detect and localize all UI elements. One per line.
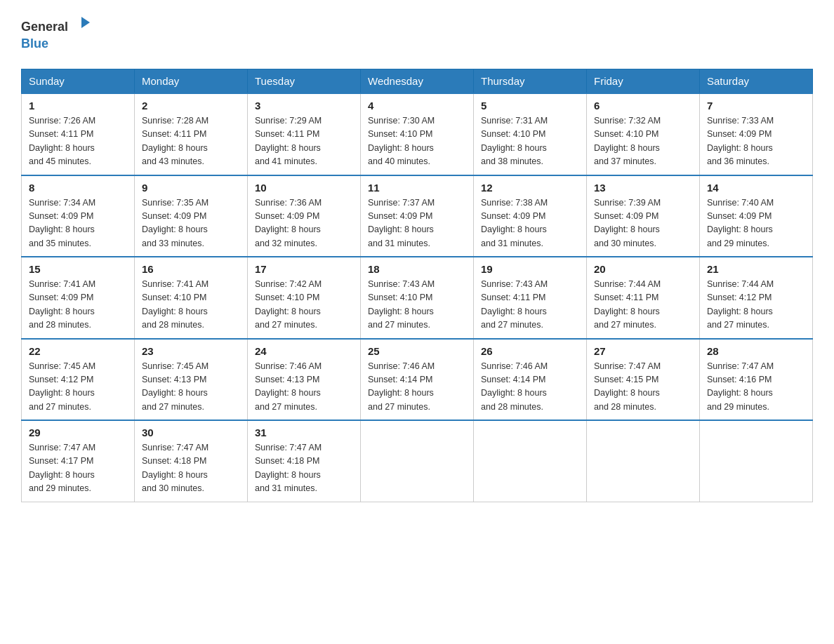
day-number: 21 xyxy=(707,263,805,275)
logo-svg: General Blue xyxy=(21,14,98,56)
calendar-cell: 21Sunrise: 7:44 AMSunset: 4:12 PMDayligh… xyxy=(700,257,813,339)
day-number: 25 xyxy=(368,345,466,357)
svg-text:Blue: Blue xyxy=(21,36,48,51)
day-number: 4 xyxy=(368,100,466,112)
day-info: Sunrise: 7:30 AMSunset: 4:10 PMDaylight:… xyxy=(368,114,466,169)
calendar-cell: 29Sunrise: 7:47 AMSunset: 4:17 PMDayligh… xyxy=(22,420,135,502)
col-wednesday: Wednesday xyxy=(361,69,474,94)
day-info: Sunrise: 7:47 AMSunset: 4:15 PMDaylight:… xyxy=(594,360,692,415)
day-info: Sunrise: 7:36 AMSunset: 4:09 PMDaylight:… xyxy=(255,196,353,251)
day-info: Sunrise: 7:47 AMSunset: 4:17 PMDaylight:… xyxy=(29,441,127,496)
svg-marker-1 xyxy=(81,17,90,28)
logo: General Blue xyxy=(21,14,98,56)
day-number: 19 xyxy=(481,263,579,275)
calendar-cell: 4Sunrise: 7:30 AMSunset: 4:10 PMDaylight… xyxy=(361,93,474,175)
week-row-1: 1Sunrise: 7:26 AMSunset: 4:11 PMDaylight… xyxy=(22,93,813,175)
calendar-cell: 17Sunrise: 7:42 AMSunset: 4:10 PMDayligh… xyxy=(248,257,361,339)
calendar-cell xyxy=(700,420,813,502)
day-number: 20 xyxy=(594,263,692,275)
day-info: Sunrise: 7:38 AMSunset: 4:09 PMDaylight:… xyxy=(481,196,579,251)
calendar-cell: 14Sunrise: 7:40 AMSunset: 4:09 PMDayligh… xyxy=(700,175,813,257)
day-info: Sunrise: 7:47 AMSunset: 4:18 PMDaylight:… xyxy=(142,441,240,496)
day-number: 18 xyxy=(368,263,466,275)
calendar-cell: 8Sunrise: 7:34 AMSunset: 4:09 PMDaylight… xyxy=(22,175,135,257)
day-info: Sunrise: 7:32 AMSunset: 4:10 PMDaylight:… xyxy=(594,114,692,169)
calendar-cell: 2Sunrise: 7:28 AMSunset: 4:11 PMDaylight… xyxy=(135,93,248,175)
day-number: 12 xyxy=(481,182,579,194)
calendar-cell: 19Sunrise: 7:43 AMSunset: 4:11 PMDayligh… xyxy=(474,257,587,339)
col-saturday: Saturday xyxy=(700,69,813,94)
day-number: 3 xyxy=(255,100,353,112)
calendar-cell: 20Sunrise: 7:44 AMSunset: 4:11 PMDayligh… xyxy=(587,257,700,339)
week-row-4: 22Sunrise: 7:45 AMSunset: 4:12 PMDayligh… xyxy=(22,339,813,421)
day-number: 5 xyxy=(481,100,579,112)
header: General Blue xyxy=(21,14,813,56)
day-number: 29 xyxy=(29,427,127,438)
day-info: Sunrise: 7:46 AMSunset: 4:13 PMDaylight:… xyxy=(255,360,353,415)
day-number: 7 xyxy=(707,100,805,112)
day-info: Sunrise: 7:44 AMSunset: 4:12 PMDaylight:… xyxy=(707,278,805,333)
day-number: 16 xyxy=(142,263,240,275)
day-info: Sunrise: 7:42 AMSunset: 4:10 PMDaylight:… xyxy=(255,278,353,333)
day-number: 15 xyxy=(29,263,127,275)
calendar-cell: 9Sunrise: 7:35 AMSunset: 4:09 PMDaylight… xyxy=(135,175,248,257)
day-info: Sunrise: 7:46 AMSunset: 4:14 PMDaylight:… xyxy=(481,360,579,415)
day-number: 10 xyxy=(255,182,353,194)
week-row-5: 29Sunrise: 7:47 AMSunset: 4:17 PMDayligh… xyxy=(22,420,813,502)
calendar-cell: 31Sunrise: 7:47 AMSunset: 4:18 PMDayligh… xyxy=(248,420,361,502)
calendar-cell xyxy=(361,420,474,502)
day-number: 13 xyxy=(594,182,692,194)
svg-text:General: General xyxy=(21,20,68,34)
day-info: Sunrise: 7:43 AMSunset: 4:11 PMDaylight:… xyxy=(481,278,579,333)
calendar-cell: 6Sunrise: 7:32 AMSunset: 4:10 PMDaylight… xyxy=(587,93,700,175)
day-number: 23 xyxy=(142,345,240,357)
calendar-cell: 22Sunrise: 7:45 AMSunset: 4:12 PMDayligh… xyxy=(22,339,135,421)
day-info: Sunrise: 7:37 AMSunset: 4:09 PMDaylight:… xyxy=(368,196,466,251)
day-number: 22 xyxy=(29,345,127,357)
day-number: 9 xyxy=(142,182,240,194)
day-number: 6 xyxy=(594,100,692,112)
col-friday: Friday xyxy=(587,69,700,94)
day-info: Sunrise: 7:47 AMSunset: 4:16 PMDaylight:… xyxy=(707,360,805,415)
day-number: 8 xyxy=(29,182,127,194)
calendar-cell: 27Sunrise: 7:47 AMSunset: 4:15 PMDayligh… xyxy=(587,339,700,421)
calendar-cell xyxy=(587,420,700,502)
header-row: Sunday Monday Tuesday Wednesday Thursday… xyxy=(22,69,813,94)
calendar-cell: 13Sunrise: 7:39 AMSunset: 4:09 PMDayligh… xyxy=(587,175,700,257)
day-number: 11 xyxy=(368,182,466,194)
day-info: Sunrise: 7:47 AMSunset: 4:18 PMDaylight:… xyxy=(255,441,353,496)
day-number: 30 xyxy=(142,427,240,438)
calendar-cell: 3Sunrise: 7:29 AMSunset: 4:11 PMDaylight… xyxy=(248,93,361,175)
day-number: 31 xyxy=(255,427,353,438)
col-thursday: Thursday xyxy=(474,69,587,94)
calendar-cell: 24Sunrise: 7:46 AMSunset: 4:13 PMDayligh… xyxy=(248,339,361,421)
day-number: 14 xyxy=(707,182,805,194)
day-info: Sunrise: 7:29 AMSunset: 4:11 PMDaylight:… xyxy=(255,114,353,169)
day-info: Sunrise: 7:31 AMSunset: 4:10 PMDaylight:… xyxy=(481,114,579,169)
day-info: Sunrise: 7:40 AMSunset: 4:09 PMDaylight:… xyxy=(707,196,805,251)
calendar-cell: 7Sunrise: 7:33 AMSunset: 4:09 PMDaylight… xyxy=(700,93,813,175)
col-tuesday: Tuesday xyxy=(248,69,361,94)
calendar-cell: 11Sunrise: 7:37 AMSunset: 4:09 PMDayligh… xyxy=(361,175,474,257)
day-number: 26 xyxy=(481,345,579,357)
day-info: Sunrise: 7:45 AMSunset: 4:12 PMDaylight:… xyxy=(29,360,127,415)
day-info: Sunrise: 7:46 AMSunset: 4:14 PMDaylight:… xyxy=(368,360,466,415)
day-number: 17 xyxy=(255,263,353,275)
calendar-cell xyxy=(474,420,587,502)
day-info: Sunrise: 7:45 AMSunset: 4:13 PMDaylight:… xyxy=(142,360,240,415)
day-info: Sunrise: 7:43 AMSunset: 4:10 PMDaylight:… xyxy=(368,278,466,333)
day-info: Sunrise: 7:41 AMSunset: 4:09 PMDaylight:… xyxy=(29,278,127,333)
col-monday: Monday xyxy=(135,69,248,94)
day-number: 2 xyxy=(142,100,240,112)
day-info: Sunrise: 7:33 AMSunset: 4:09 PMDaylight:… xyxy=(707,114,805,169)
calendar-cell: 25Sunrise: 7:46 AMSunset: 4:14 PMDayligh… xyxy=(361,339,474,421)
day-info: Sunrise: 7:39 AMSunset: 4:09 PMDaylight:… xyxy=(594,196,692,251)
calendar-cell: 30Sunrise: 7:47 AMSunset: 4:18 PMDayligh… xyxy=(135,420,248,502)
day-number: 27 xyxy=(594,345,692,357)
calendar-cell: 18Sunrise: 7:43 AMSunset: 4:10 PMDayligh… xyxy=(361,257,474,339)
day-number: 1 xyxy=(29,100,127,112)
calendar-cell: 23Sunrise: 7:45 AMSunset: 4:13 PMDayligh… xyxy=(135,339,248,421)
calendar-cell: 10Sunrise: 7:36 AMSunset: 4:09 PMDayligh… xyxy=(248,175,361,257)
calendar-cell: 5Sunrise: 7:31 AMSunset: 4:10 PMDaylight… xyxy=(474,93,587,175)
calendar-cell: 28Sunrise: 7:47 AMSunset: 4:16 PMDayligh… xyxy=(700,339,813,421)
